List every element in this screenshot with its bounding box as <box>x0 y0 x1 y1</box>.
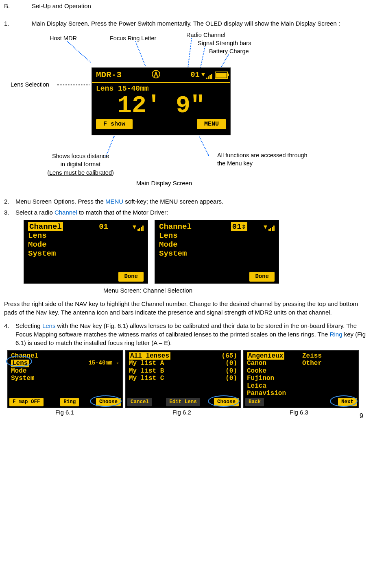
step-2: 2. Menu Screen Options. Press the MENU s… <box>4 197 369 206</box>
antenna-icon: ▼ <box>264 224 275 231</box>
softkey-fshow[interactable]: F show <box>96 119 133 129</box>
callout-radio-channel: Radio Channel <box>186 31 225 39</box>
oled-ring-letter: Ⓐ <box>152 69 160 81</box>
fig-6-3: Angenieux Canon Cooke Fujinon Leica Pana… <box>243 350 359 408</box>
link-ring: Ring <box>330 331 342 338</box>
link-lens: Lens <box>42 322 56 329</box>
caption-fig-6-1: Fig 6.1 <box>7 408 122 417</box>
callout-shows-focus: Shows focus distance in digital format (… <box>40 152 121 177</box>
softkey-done[interactable]: Done <box>249 272 275 282</box>
callout-focus-ring-letter: Focus Ring Letter <box>110 34 156 42</box>
step-4: 4. Selecting Lens with the Nav key (Fig.… <box>4 321 369 347</box>
step-number: 1. <box>4 19 32 28</box>
link-channel: Channel <box>55 209 77 216</box>
caption-fig-6-3: Fig 6.3 <box>242 408 356 417</box>
callout-lens-selection: Lens Selection <box>11 80 49 89</box>
section-heading: B. Set-Up and Operation <box>4 2 369 10</box>
oled-focus-distance: 12' 9" <box>92 93 230 118</box>
antenna-icon: ▼ <box>201 71 212 79</box>
softkey-cancel[interactable]: Cancel <box>127 398 152 407</box>
softkey-done[interactable]: Done <box>118 272 144 282</box>
softkey-back[interactable]: Back <box>245 398 264 407</box>
step-3: 3. Select a radio Channel to match that … <box>4 208 369 217</box>
softkey-ring[interactable]: Ring <box>60 398 79 407</box>
step-1: 1. Main Display Screen. Press the Power … <box>4 19 369 28</box>
figure-screens: Channel Lens15-40mm ▫ Mode System F map … <box>4 350 369 408</box>
paragraph-nav: Press the right side of the NAV key to h… <box>4 299 369 317</box>
menu-screens-channel: Channel01▼ Lens Mode System Done Channel… <box>4 220 369 284</box>
callout-signal-strength: Signal Strength bars <box>198 39 251 47</box>
figure-captions: Fig 6.1 Fig 6.2 Fig 6.3 <box>4 408 369 417</box>
fig-6-1: Channel Lens15-40mm ▫ Mode System F map … <box>7 350 123 408</box>
oled-channel: 01 <box>190 69 200 80</box>
main-display-diagram: Host MDR Focus Ring Letter Radio Channel… <box>4 31 369 181</box>
softkey-edit-lens[interactable]: Edit Lens <box>166 398 200 407</box>
callout-host-mdr: Host MDR <box>50 34 77 42</box>
menu-screen-b: Channel01⇕▼ Lens Mode System Done <box>155 220 279 284</box>
caption-menu-channel: Menu Screen: Channel Selection <box>0 286 369 295</box>
fig-6-2: All lenses(65) My list A(0) My list B(0)… <box>125 350 241 408</box>
softkey-menu[interactable]: MENU <box>197 119 226 129</box>
page-number: 9 <box>360 412 363 421</box>
link-menu: MENU <box>105 198 123 205</box>
antenna-icon: ▼ <box>133 224 144 231</box>
oled-host: MDR-3 <box>96 69 122 81</box>
menu-screen-a: Channel01▼ Lens Mode System Done <box>24 220 148 284</box>
caption-fig-6-2: Fig 6.2 <box>124 408 239 417</box>
oled-main-display: MDR-3 Ⓐ 01 ▼ Lens 15-40mm 12' 9" F show … <box>92 67 231 135</box>
callout-all-functions: All functions are accessed through the M… <box>217 151 347 168</box>
section-title: Set-Up and Operation <box>32 2 91 10</box>
battery-icon <box>215 72 228 79</box>
section-letter: B. <box>4 2 32 10</box>
softkey-fmap-off[interactable]: F map OFF <box>9 398 44 407</box>
step-text: Main Display Screen. Press the Power Swi… <box>32 19 369 28</box>
